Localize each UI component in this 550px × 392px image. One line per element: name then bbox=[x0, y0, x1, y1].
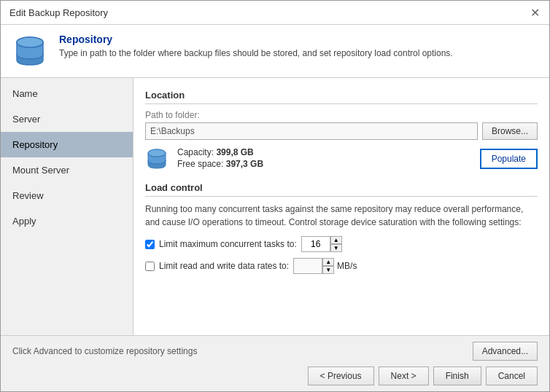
footer-buttons: < Previous Next > Finish Cancel bbox=[12, 366, 538, 385]
path-label: Path to folder: bbox=[145, 110, 538, 120]
rw-label: Limit read and write data rates to: bbox=[159, 261, 289, 271]
path-row: Browse... bbox=[145, 122, 538, 140]
footer-top: Click Advanced to customize repository s… bbox=[12, 342, 538, 361]
rw-spin-down[interactable]: ▼ bbox=[322, 266, 334, 274]
rw-checkbox[interactable] bbox=[145, 262, 155, 271]
load-control-title: Load control bbox=[145, 182, 538, 197]
sidebar: Name Server Repository Mount Server Revi… bbox=[1, 78, 133, 335]
dialog-title: Edit Backup Repository bbox=[9, 7, 108, 18]
load-control-section: Load control Running too many concurrent… bbox=[145, 182, 538, 274]
capacity-value: 399,8 GB bbox=[216, 147, 253, 157]
main-content: Location Path to folder: Browse... Capac… bbox=[133, 78, 549, 335]
sidebar-item-server[interactable]: Server bbox=[1, 106, 133, 132]
svg-point-3 bbox=[148, 149, 166, 157]
capacity-info: Capacity: 399,8 GB Free space: 397,3 GB bbox=[177, 147, 471, 170]
capacity-label: Capacity: bbox=[177, 147, 214, 157]
concurrent-spinner: ▲ ▼ bbox=[301, 236, 342, 252]
populate-button[interactable]: Populate bbox=[480, 149, 538, 169]
sidebar-item-apply[interactable]: Apply bbox=[1, 208, 133, 234]
finish-button[interactable]: Finish bbox=[433, 366, 481, 385]
concurrent-label: Limit maximum concurrent tasks to: bbox=[159, 239, 297, 249]
sidebar-item-mount-server[interactable]: Mount Server bbox=[1, 157, 133, 183]
capacity-line: Capacity: 399,8 GB bbox=[177, 147, 471, 157]
concurrent-tasks-row: Limit maximum concurrent tasks to: ▲ ▼ bbox=[145, 236, 538, 252]
sidebar-item-name[interactable]: Name bbox=[1, 81, 133, 106]
browse-button[interactable]: Browse... bbox=[482, 122, 538, 140]
header-section: Repository Type in path to the folder wh… bbox=[1, 25, 549, 78]
advanced-button[interactable]: Advanced... bbox=[473, 342, 538, 361]
location-section: Location Path to folder: Browse... Capac… bbox=[145, 90, 538, 170]
freespace-line: Free space: 397,3 GB bbox=[177, 159, 471, 169]
title-bar: Edit Backup Repository ✕ bbox=[1, 1, 549, 25]
freespace-label: Free space: bbox=[177, 159, 223, 169]
next-button[interactable]: Next > bbox=[379, 366, 429, 385]
rw-spinner: ▲ ▼ MB/s bbox=[293, 258, 357, 274]
footer-section: Click Advanced to customize repository s… bbox=[1, 335, 549, 391]
concurrent-spinner-controls: ▲ ▼ bbox=[330, 236, 342, 252]
close-icon[interactable]: ✕ bbox=[529, 7, 541, 18]
rw-unit-label: MB/s bbox=[337, 261, 357, 271]
dialog: Edit Backup Repository ✕ Repository Type… bbox=[0, 0, 550, 392]
db-small-icon bbox=[145, 147, 169, 170]
capacity-row: Capacity: 399,8 GB Free space: 397,3 GB … bbox=[145, 147, 538, 170]
concurrent-value-input[interactable] bbox=[301, 236, 330, 252]
svg-point-1 bbox=[17, 37, 43, 47]
freespace-value: 397,3 GB bbox=[226, 159, 263, 169]
rw-rates-row: Limit read and write data rates to: ▲ ▼ … bbox=[145, 258, 538, 274]
header-text: Repository Type in path to the folder wh… bbox=[59, 34, 453, 58]
previous-button[interactable]: < Previous bbox=[308, 366, 374, 385]
rw-spin-up[interactable]: ▲ bbox=[322, 258, 334, 266]
rw-value-input[interactable] bbox=[293, 258, 322, 274]
repository-icon bbox=[12, 34, 47, 68]
path-input[interactable] bbox=[145, 122, 478, 140]
footer-hint: Click Advanced to customize repository s… bbox=[12, 346, 197, 356]
location-section-title: Location bbox=[145, 90, 538, 104]
sidebar-item-review[interactable]: Review bbox=[1, 183, 133, 208]
sidebar-item-repository[interactable]: Repository bbox=[1, 132, 133, 157]
content-area: Name Server Repository Mount Server Revi… bbox=[1, 78, 549, 335]
cancel-button[interactable]: Cancel bbox=[486, 366, 538, 385]
rw-spinner-controls: ▲ ▼ bbox=[322, 258, 334, 274]
header-description: Type in path to the folder where backup … bbox=[59, 48, 453, 58]
load-control-description: Running too many concurrent tasks agains… bbox=[145, 203, 538, 229]
concurrent-spin-down[interactable]: ▼ bbox=[330, 244, 342, 252]
header-title: Repository bbox=[59, 34, 453, 45]
concurrent-spin-up[interactable]: ▲ bbox=[330, 236, 342, 244]
concurrent-checkbox[interactable] bbox=[145, 240, 155, 249]
